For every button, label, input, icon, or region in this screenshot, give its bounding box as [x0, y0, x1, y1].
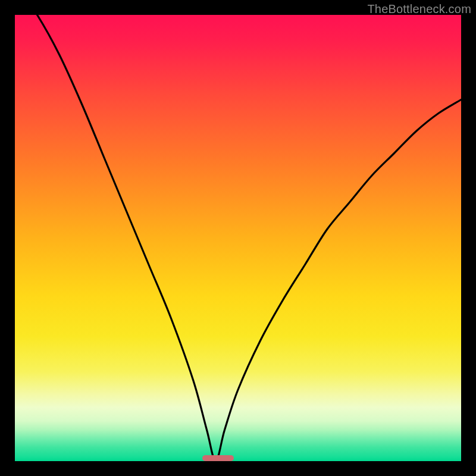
bottleneck-curve-path	[15, 15, 461, 461]
watermark-text: TheBottleneck.com	[367, 2, 471, 16]
plot-area	[15, 15, 461, 461]
curve-svg	[15, 15, 461, 461]
bottleneck-chart: TheBottleneck.com	[0, 0, 476, 476]
optimal-marker	[202, 455, 234, 461]
